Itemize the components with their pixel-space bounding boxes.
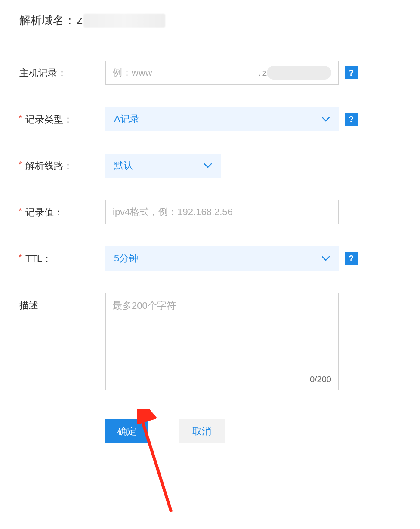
host-record-input[interactable]	[106, 61, 256, 84]
resolution-line-row: 解析线路： 默认	[19, 154, 401, 178]
resolution-line-label: 解析线路：	[19, 154, 105, 172]
host-record-label: 主机记录：	[19, 61, 105, 80]
description-char-count: 0/200	[310, 375, 331, 384]
ttl-row: TTL： 5分钟 ?	[19, 246, 401, 271]
record-value-label: 记录值：	[19, 200, 105, 219]
description-label: 描述	[19, 293, 105, 312]
domain-redacted-mask	[83, 14, 165, 28]
chevron-down-icon	[321, 115, 330, 123]
ttl-label: TTL：	[19, 246, 105, 265]
page-title-prefix: 解析域名：	[19, 13, 75, 28]
help-icon[interactable]: ?	[345, 252, 358, 265]
record-type-value: A记录	[114, 113, 139, 126]
help-icon[interactable]: ?	[345, 66, 358, 79]
chevron-down-icon	[204, 161, 212, 170]
chevron-down-icon	[321, 254, 330, 263]
record-type-label: 记录类型：	[19, 107, 105, 126]
resolution-line-select[interactable]: 默认	[105, 154, 221, 178]
ttl-value: 5分钟	[114, 252, 138, 265]
record-type-select[interactable]: A记录	[105, 107, 339, 131]
host-record-suffix: .z	[256, 64, 336, 81]
record-type-row: 记录类型： A记录 ?	[19, 107, 401, 131]
record-value-row: 记录值：	[19, 200, 401, 224]
description-textarea-wrap: 0/200	[105, 293, 339, 390]
host-record-row: 主机记录： .z ?	[19, 61, 401, 85]
description-textarea[interactable]	[106, 293, 338, 390]
host-record-input-wrap: .z	[105, 61, 339, 85]
button-row: 确定 取消	[19, 419, 401, 443]
confirm-button[interactable]: 确定	[105, 419, 148, 443]
resolution-line-value: 默认	[114, 159, 133, 172]
page-title-domain: z	[77, 13, 165, 28]
dns-form: 主机记录： .z ? 记录类型： A记录 ? 解析线路：	[0, 43, 420, 443]
description-row: 描述 0/200	[19, 293, 401, 390]
ttl-select[interactable]: 5分钟	[105, 246, 339, 271]
page-header: 解析域名： z	[0, 0, 420, 43]
cancel-button[interactable]: 取消	[179, 419, 225, 443]
record-value-input[interactable]	[105, 200, 339, 224]
suffix-redacted-mask	[267, 66, 331, 80]
help-icon[interactable]: ?	[345, 113, 358, 126]
